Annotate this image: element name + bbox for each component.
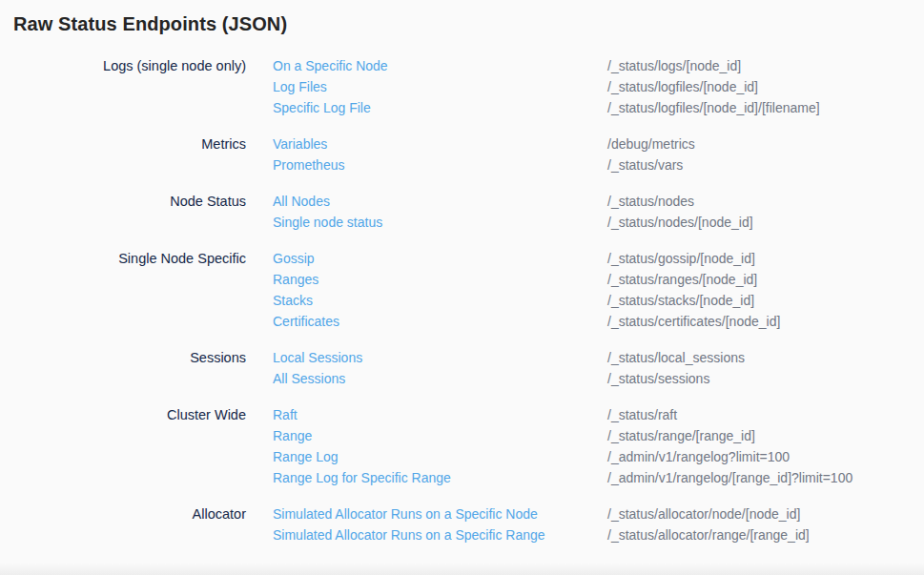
endpoint-url: /_status/local_sessions bbox=[607, 347, 745, 368]
endpoint-url: /_status/allocator/range/[range_id] bbox=[607, 524, 810, 545]
endpoint-url: /_status/stacks/[node_id] bbox=[607, 290, 754, 311]
endpoint-url: /_status/allocator/node/[node_id] bbox=[607, 503, 800, 524]
endpoint-link[interactable]: Single node status bbox=[273, 212, 607, 233]
endpoint-row: Range /_status/range/[range_id] bbox=[273, 425, 924, 446]
endpoint-sections: Logs (single node only) On a Specific No… bbox=[0, 55, 924, 545]
endpoint-section: Sessions Local Sessions /_status/local_s… bbox=[0, 347, 924, 389]
endpoint-url: /_status/logfiles/[node_id] bbox=[607, 76, 758, 97]
endpoint-url: /debug/metrics bbox=[607, 133, 695, 154]
endpoint-link[interactable]: Gossip bbox=[273, 248, 607, 269]
endpoint-section: Logs (single node only) On a Specific No… bbox=[0, 55, 924, 118]
endpoint-row: Certificates /_status/certificates/[node… bbox=[273, 311, 924, 332]
endpoint-link[interactable]: All Sessions bbox=[273, 368, 607, 389]
section-rows: Local Sessions /_status/local_sessions A… bbox=[273, 347, 924, 389]
section-category-label: Cluster Wide bbox=[0, 404, 246, 488]
endpoint-row: Variables /debug/metrics bbox=[273, 133, 924, 154]
endpoint-link[interactable]: Range Log for Specific Range bbox=[273, 467, 607, 488]
endpoint-url: /_admin/v1/rangelog?limit=100 bbox=[607, 446, 790, 467]
endpoint-url: /_status/sessions bbox=[607, 368, 709, 389]
endpoint-url: /_status/logs/[node_id] bbox=[607, 55, 741, 76]
endpoint-link[interactable]: On a Specific Node bbox=[273, 55, 607, 76]
endpoint-link[interactable]: Simulated Allocator Runs on a Specific R… bbox=[273, 524, 607, 545]
endpoint-row: Prometheus /_status/vars bbox=[273, 154, 924, 175]
endpoint-row: Ranges /_status/ranges/[node_id] bbox=[273, 269, 924, 290]
endpoint-row: Local Sessions /_status/local_sessions bbox=[273, 347, 924, 368]
bottom-divider bbox=[0, 563, 924, 575]
section-category-label: Node Status bbox=[0, 191, 246, 233]
endpoint-link[interactable]: Specific Log File bbox=[273, 97, 607, 118]
endpoint-url: /_status/gossip/[node_id] bbox=[607, 248, 755, 269]
endpoint-link[interactable]: Simulated Allocator Runs on a Specific N… bbox=[273, 503, 607, 524]
endpoint-url: /_status/vars bbox=[607, 154, 683, 175]
endpoint-row: Stacks /_status/stacks/[node_id] bbox=[273, 290, 924, 311]
section-rows: On a Specific Node /_status/logs/[node_i… bbox=[273, 55, 924, 118]
endpoint-url: /_status/raft bbox=[607, 404, 677, 425]
endpoint-row: All Sessions /_status/sessions bbox=[273, 368, 924, 389]
endpoint-link[interactable]: Range bbox=[273, 425, 607, 446]
endpoint-row: Simulated Allocator Runs on a Specific R… bbox=[273, 524, 924, 545]
endpoint-section: Single Node Specific Gossip /_status/gos… bbox=[0, 248, 924, 332]
section-category-label: Sessions bbox=[0, 347, 246, 389]
section-category-label: Metrics bbox=[0, 133, 246, 175]
endpoint-section: Node Status All Nodes /_status/nodes Sin… bbox=[0, 191, 924, 233]
endpoint-link[interactable]: Ranges bbox=[273, 269, 607, 290]
endpoint-row: All Nodes /_status/nodes bbox=[273, 191, 924, 212]
endpoint-link[interactable]: Log Files bbox=[273, 76, 607, 97]
endpoint-row: Single node status /_status/nodes/[node_… bbox=[273, 212, 924, 233]
endpoint-link[interactable]: Prometheus bbox=[273, 154, 607, 175]
endpoint-link[interactable]: All Nodes bbox=[273, 191, 607, 212]
endpoint-section: Metrics Variables /debug/metrics Prometh… bbox=[0, 133, 924, 175]
section-rows: Raft /_status/raft Range /_status/range/… bbox=[273, 404, 924, 488]
endpoint-row: Gossip /_status/gossip/[node_id] bbox=[273, 248, 924, 269]
section-category-label: Allocator bbox=[0, 503, 246, 545]
section-category-label: Single Node Specific bbox=[0, 248, 246, 332]
section-rows: All Nodes /_status/nodes Single node sta… bbox=[273, 191, 924, 233]
endpoint-section: Allocator Simulated Allocator Runs on a … bbox=[0, 503, 924, 545]
endpoint-link[interactable]: Raft bbox=[273, 404, 607, 425]
endpoint-url: /_status/logfiles/[node_id]/[filename] bbox=[607, 97, 820, 118]
section-rows: Variables /debug/metrics Prometheus /_st… bbox=[273, 133, 924, 175]
endpoint-link[interactable]: Variables bbox=[273, 133, 607, 154]
endpoint-url: /_status/nodes/[node_id] bbox=[607, 212, 753, 233]
page-title: Raw Status Endpoints (JSON) bbox=[0, 0, 924, 35]
endpoint-link[interactable]: Local Sessions bbox=[273, 347, 607, 368]
endpoint-row: Simulated Allocator Runs on a Specific N… bbox=[273, 503, 924, 524]
endpoint-url: /_status/certificates/[node_id] bbox=[607, 311, 780, 332]
endpoint-url: /_status/nodes bbox=[607, 191, 694, 212]
endpoint-url: /_status/ranges/[node_id] bbox=[607, 269, 757, 290]
section-rows: Gossip /_status/gossip/[node_id] Ranges … bbox=[273, 248, 924, 332]
endpoint-link[interactable]: Range Log bbox=[273, 446, 607, 467]
endpoint-link[interactable]: Stacks bbox=[273, 290, 607, 311]
section-category-label: Logs (single node only) bbox=[0, 55, 246, 118]
endpoint-row: Range Log /_admin/v1/rangelog?limit=100 bbox=[273, 446, 924, 467]
endpoint-row: Specific Log File /_status/logfiles/[nod… bbox=[273, 97, 924, 118]
endpoint-row: Range Log for Specific Range /_admin/v1/… bbox=[273, 467, 924, 488]
endpoint-link[interactable]: Certificates bbox=[273, 311, 607, 332]
endpoint-section: Cluster Wide Raft /_status/raft Range /_… bbox=[0, 404, 924, 488]
endpoint-url: /_status/range/[range_id] bbox=[607, 425, 755, 446]
debug-endpoints-page: Raw Status Endpoints (JSON) Logs (single… bbox=[0, 0, 924, 575]
endpoint-row: Raft /_status/raft bbox=[273, 404, 924, 425]
endpoint-url: /_admin/v1/rangelog/[range_id]?limit=100 bbox=[607, 467, 852, 488]
endpoint-row: Log Files /_status/logfiles/[node_id] bbox=[273, 76, 924, 97]
endpoint-row: On a Specific Node /_status/logs/[node_i… bbox=[273, 55, 924, 76]
section-rows: Simulated Allocator Runs on a Specific N… bbox=[273, 503, 924, 545]
